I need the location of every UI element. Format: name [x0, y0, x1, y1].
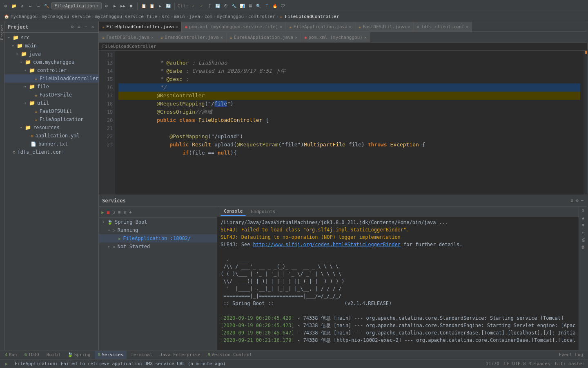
tree-item-java[interactable]: ▾ 📁 java: [4, 50, 98, 58]
services-settings-icon[interactable]: ⚙: [571, 198, 574, 203]
console-print-icon[interactable]: 🖨: [580, 237, 586, 243]
console-wrap-icon[interactable]: ⚙: [581, 207, 585, 213]
tab-close-3[interactable]: ✕: [349, 25, 352, 29]
tree-item-fileapplication-running[interactable]: ▸ ▶ FileApplication :18082/: [99, 234, 217, 242]
bottom-tab-terminal[interactable]: Terminal: [127, 351, 156, 359]
tree-item-not-started[interactable]: ▸ ✕ Not Started: [99, 242, 217, 251]
console-tab-endpoints[interactable]: Endpoints: [247, 208, 278, 216]
breadcrumb-service[interactable]: mychanggou-service: [42, 14, 91, 19]
services-filter-icon[interactable]: ≡: [117, 209, 122, 216]
bottom-tab-spring[interactable]: 🍃 Spring: [64, 351, 94, 359]
git-tick-icon[interactable]: ✓: [198, 3, 205, 9]
breadcrumb-java[interactable]: java: [189, 14, 200, 19]
code-editor[interactable]: 12 13 14 15 16 17 18 19 20 21 22 23 * @a…: [99, 51, 587, 195]
toolbar-icon-2[interactable]: 📁: [11, 3, 17, 9]
project-panel-minus[interactable]: −: [83, 24, 89, 30]
toolbar-icon-16[interactable]: 🔧: [231, 3, 237, 9]
slf4j-link[interactable]: http://www.slf4j.org/codes.html#StaticLo…: [253, 242, 401, 247]
toolbar-icon-18[interactable]: 🖥: [247, 3, 254, 9]
tree-item-file[interactable]: ▾ 📁 file: [4, 83, 98, 91]
project-panel-gear[interactable]: ⚙: [70, 24, 75, 30]
console-down-icon[interactable]: ▼: [581, 222, 585, 228]
tree-item-util[interactable]: ▾ 📁 util: [4, 99, 98, 107]
toolbar-icon-7[interactable]: ⚙: [103, 3, 110, 9]
tree-item-fileapplication[interactable]: ▸ ☕ FileApplication: [4, 115, 98, 123]
toolbar-icon-5[interactable]: →: [35, 3, 42, 9]
bottom-tab-build[interactable]: Build: [43, 351, 63, 359]
toolbar-icon-8[interactable]: ▶: [111, 3, 118, 9]
toolbar-icon-20[interactable]: 🔥: [272, 3, 278, 9]
breadcrumb-main[interactable]: main: [174, 14, 185, 19]
tab-eurekaapplication[interactable]: ☕ EurekaApplication.java ✕: [227, 32, 301, 42]
tree-item-controller[interactable]: ▾ 📁 controller: [4, 66, 98, 74]
toolbar-icon-11[interactable]: 📋: [140, 3, 147, 9]
toolbar-icon-3[interactable]: ↺: [19, 3, 25, 9]
tree-item-running[interactable]: ▾ ▷ Running: [99, 226, 217, 234]
console-clear-icon[interactable]: 🗑: [580, 244, 586, 250]
breadcrumb-com[interactable]: com: [204, 14, 212, 19]
bottom-tab-event-log[interactable]: Event Log: [555, 351, 586, 359]
project-selector[interactable]: FileApplication ▾: [51, 2, 102, 9]
services-minus-icon[interactable]: −: [581, 198, 584, 203]
bottom-tab-version-control[interactable]: 9 Version Control: [204, 351, 255, 359]
tab-fdfs-conf[interactable]: ⚙ fdfs_client.conf ✕: [414, 22, 472, 31]
services-add-icon[interactable]: +: [128, 209, 133, 216]
services-gear2-icon[interactable]: ⚙: [576, 198, 579, 203]
breadcrumb-service-file[interactable]: mycahnggou-service-file: [95, 14, 157, 19]
code-content[interactable]: * @author : LiuShihao * @date : Created …: [115, 51, 584, 195]
tree-item-fastdfsutil[interactable]: ▸ ☕ FastDFSUtil: [4, 107, 98, 115]
bottom-tab-run[interactable]: 4 Run: [2, 351, 20, 359]
console-wrap2-icon[interactable]: ↩: [581, 229, 585, 236]
toolbar-icon-17[interactable]: 📊: [239, 3, 245, 9]
breadcrumb-file[interactable]: ☕ FileUploadController: [280, 14, 339, 19]
tab-pom-mychanggou[interactable]: ◉ pom.xml (mychanggou) ✕: [301, 32, 370, 42]
git-sync-icon[interactable]: 🔄: [214, 3, 221, 9]
project-panel-sort[interactable]: ≡: [76, 24, 82, 30]
breadcrumb-mychanggou[interactable]: mychanggou: [11, 14, 38, 19]
services-rerun-icon[interactable]: ↺: [111, 209, 116, 216]
tree-item-fileuploadcontroller[interactable]: ▸ ☕ FileUploadController: [4, 74, 98, 83]
tab-close-6[interactable]: ✕: [151, 35, 154, 40]
tree-item-application-yml[interactable]: ▸ ⚙ application.yml: [4, 132, 98, 140]
toolbar-icon-9[interactable]: ▶▶: [120, 3, 126, 9]
toolbar-icon-14[interactable]: 🔄: [165, 3, 172, 9]
console-up-icon[interactable]: ▲: [581, 215, 585, 221]
toolbar-icon-13[interactable]: ▶: [157, 3, 163, 9]
project-panel-close[interactable]: ✕: [90, 24, 96, 30]
tab-close-5[interactable]: ✕: [466, 25, 468, 29]
tab-fileuploadcontroller[interactable]: ☕ FileUploadController.java ✕: [99, 22, 182, 31]
toolbar-icon-21[interactable]: 🛡: [280, 3, 286, 9]
tab-close-9[interactable]: ✕: [364, 35, 367, 40]
breadcrumb-src[interactable]: src: [162, 14, 170, 19]
bottom-tab-todo[interactable]: 6 TODO: [21, 351, 42, 359]
toolbar-icon-15[interactable]: ⏱: [223, 3, 229, 9]
tab-pom-xml[interactable]: ◉ pom.xml (mycahnggou-service-file) ✕: [182, 22, 286, 31]
tab-close-1[interactable]: ✕: [176, 25, 178, 29]
services-group-icon[interactable]: ⊞: [123, 209, 127, 216]
bottom-tab-services[interactable]: 8 Services: [95, 351, 127, 359]
tree-item-banner-txt[interactable]: ▸ 📄 banner.txt: [4, 140, 98, 148]
tree-item-src[interactable]: ▾ 📁 src: [4, 34, 98, 42]
tab-close-8[interactable]: ✕: [295, 35, 297, 40]
tab-close-7[interactable]: ✕: [220, 35, 223, 40]
tab-close-2[interactable]: ✕: [280, 25, 282, 29]
breadcrumb-mychanggou2[interactable]: mychanggou: [217, 14, 244, 19]
tail-icon[interactable]: T: [263, 3, 270, 9]
tree-item-fastdfsfile[interactable]: ▸ ☕ FastDFSFile: [4, 91, 98, 99]
services-run-icon[interactable]: ▶: [100, 209, 105, 216]
tree-item-fdfs-conf[interactable]: ▸ ⚙ fdfs_client.conf: [4, 148, 98, 156]
tab-fastdfsfile[interactable]: ☕ FastDFSFile.java ✕: [99, 32, 157, 42]
toolbar-icon-1[interactable]: ⚙: [2, 3, 9, 9]
console-tab-console[interactable]: Console: [220, 208, 246, 216]
toolbar-icon-6[interactable]: 🔨: [43, 3, 50, 9]
tab-brandcontroller[interactable]: ☕ BrandController.java ✕: [157, 32, 227, 42]
console-output[interactable]: /Library/Java/JavaVirtualMachines/jdk1.8…: [217, 217, 579, 350]
tree-item-com-mychanggou[interactable]: ▾ 📁 com.mychanggou: [4, 58, 98, 66]
toolbar-icon-4[interactable]: ←: [27, 3, 33, 9]
services-stop-icon[interactable]: ■: [106, 209, 111, 216]
tree-item-resources[interactable]: ▾ 📁 resources: [4, 123, 98, 132]
toolbar-icon-10[interactable]: ⏹: [128, 3, 134, 9]
breadcrumb-controller[interactable]: controller: [248, 14, 275, 19]
git-branch-icon[interactable]: ⤴: [206, 3, 213, 9]
tree-item-springboot[interactable]: ▾ 🍃 Spring Boot: [99, 218, 217, 226]
